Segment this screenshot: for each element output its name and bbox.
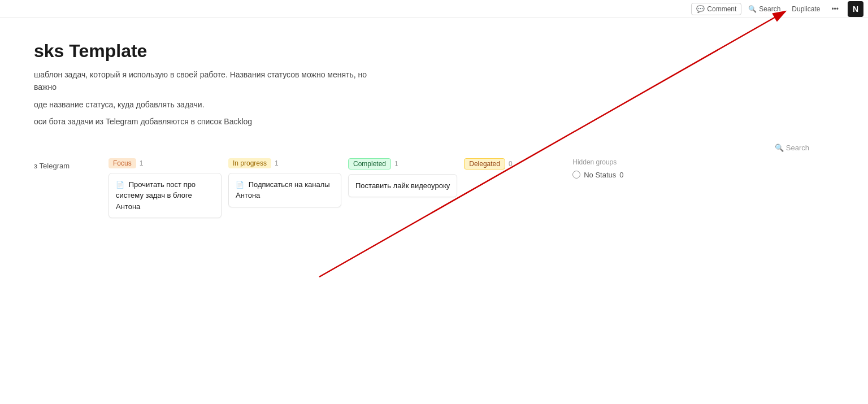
page-description-2: оде название статуса, куда добавлять зад… [34, 98, 373, 111]
column-backlog: з Telegram [34, 158, 102, 173]
toolbar: 💬 Comment 🔍 Search Duplicate ••• N [0, 0, 868, 18]
board-search-bar: 🔍 Search [34, 142, 814, 154]
no-status-label: No Status [584, 171, 616, 179]
search-button[interactable]: 🔍 Search [744, 3, 785, 15]
search-icon: 🔍 [748, 5, 757, 13]
comment-icon: 💬 [696, 5, 705, 13]
focus-label: Focus [108, 158, 136, 168]
more-icon: ••• [831, 5, 839, 13]
column-inprogress: In progress 1 📄 Подписаться на каналы Ан… [228, 158, 341, 212]
column-completed-header: Completed 1 [348, 158, 457, 170]
board-search-icon: 🔍 [775, 144, 784, 152]
card-doc-icon: 📄 [116, 180, 124, 190]
notion-logo: N [848, 1, 863, 17]
no-status-icon [572, 171, 580, 179]
board-container: 🔍 Search з Telegram Focus 1 📄 Прочи [34, 142, 814, 223]
hidden-groups: Hidden groups No Status 0 [572, 158, 663, 179]
search-label: Search [759, 5, 780, 13]
column-delegated-header: Delegated 0 [464, 158, 566, 170]
focus-count: 1 [140, 159, 144, 167]
inprogress-label: In progress [228, 158, 271, 168]
completed-label: Completed [348, 158, 391, 170]
no-status-count: 0 [619, 171, 623, 179]
column-delegated: Delegated 0 [464, 158, 566, 174]
page-content: sks Template шаблон задач, который я исп… [0, 18, 868, 245]
board-search-button[interactable]: 🔍 Search [770, 142, 814, 154]
inprogress-count: 1 [275, 159, 279, 167]
completed-count: 1 [394, 160, 398, 168]
page-telegram-note: оси бота задачи из Telegram добавляются … [34, 115, 373, 128]
duplicate-label: Duplicate [792, 5, 820, 13]
page-description-1: шаблон задач, который я использую в свое… [34, 68, 373, 94]
comment-button[interactable]: 💬 Comment [691, 3, 741, 15]
duplicate-button[interactable]: Duplicate [787, 3, 824, 15]
board-search-label: Search [786, 144, 809, 152]
card-inprogress-1[interactable]: 📄 Подписаться на каналы Антона [228, 173, 341, 207]
column-focus-header: Focus 1 [108, 158, 222, 168]
delegated-label: Delegated [464, 158, 505, 170]
card-doc-icon-2: 📄 [236, 180, 244, 190]
column-completed: Completed 1 Поставить лайк видеоуроку [348, 158, 457, 202]
column-focus: Focus 1 📄 Прочитать пост про систему зад… [108, 158, 222, 223]
delegated-count: 0 [509, 160, 513, 168]
column-inprogress-header: In progress 1 [228, 158, 341, 168]
hidden-groups-title: Hidden groups [572, 158, 663, 166]
backlog-label: з Telegram [34, 158, 102, 173]
more-button[interactable]: ••• [827, 3, 843, 15]
no-status-row: No Status 0 [572, 171, 663, 179]
page-title: sks Template [34, 41, 814, 62]
board-columns: з Telegram Focus 1 📄 Прочитать пост про … [34, 158, 814, 223]
comment-label: Comment [707, 5, 736, 13]
card-completed-1[interactable]: Поставить лайк видеоуроку [348, 174, 457, 198]
card-focus-1[interactable]: 📄 Прочитать пост про систему задач в бло… [108, 173, 222, 219]
